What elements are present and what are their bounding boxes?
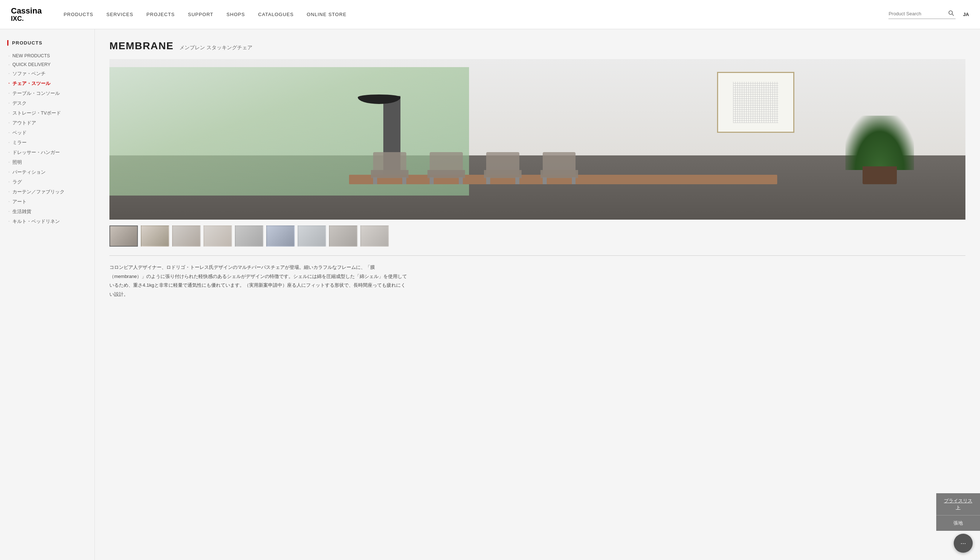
svg-point-0 bbox=[949, 11, 953, 14]
sidebar-item-storage-tv[interactable]: ストレージ・TVボード bbox=[7, 108, 87, 118]
nav-catalogues[interactable]: CATALOGUES bbox=[258, 12, 294, 17]
sidebar-menu: NEW PRODUCTS QUICK DELIVERY ソファ・ベンチ チェア・… bbox=[7, 52, 87, 227]
chair-2 bbox=[423, 152, 470, 184]
product-scene bbox=[110, 59, 965, 220]
price-list-button[interactable]: プライスリスト bbox=[936, 493, 980, 515]
sidebar-section-title: PRODUCTS bbox=[7, 40, 87, 46]
search-input[interactable] bbox=[888, 11, 947, 17]
main-nav: PRODUCTS SERVICES PROJECTS SUPPORT SHOPS… bbox=[63, 12, 877, 17]
plant-pot bbox=[863, 167, 897, 185]
header-right: JA bbox=[888, 10, 969, 19]
thumbnail-2[interactable] bbox=[141, 225, 169, 247]
nav-online-store[interactable]: ONLINE STORE bbox=[307, 12, 346, 17]
thumbnail-6[interactable] bbox=[266, 225, 295, 247]
chat-button[interactable]: ··· bbox=[954, 534, 973, 553]
sidebar-item-new-products[interactable]: NEW PRODUCTS bbox=[7, 52, 87, 60]
chair-legs bbox=[373, 177, 406, 184]
nav-shops[interactable]: SHOPS bbox=[226, 12, 245, 17]
product-description: コロンビア人デザイナー、ロドリゴ・トーレス氏デザインのマルチパーパスチェアが登場… bbox=[110, 263, 408, 299]
sidebar-item-sofa-bench[interactable]: ソファ・ベンチ bbox=[7, 69, 87, 79]
sidebar-item-chair-stool[interactable]: チェア・スツール bbox=[7, 79, 87, 88]
chair-leg bbox=[515, 177, 519, 184]
chair-seat bbox=[371, 170, 408, 178]
chair-3 bbox=[479, 152, 526, 184]
product-title-main: MEMBRANE bbox=[110, 40, 174, 52]
sidebar-item-partition[interactable]: パーティション bbox=[7, 167, 87, 177]
sidebar-item-desk[interactable]: デスク bbox=[7, 98, 87, 108]
sidebar-item-dresser-hanger[interactable]: ドレッサー・ハンガー bbox=[7, 148, 87, 158]
logo-line1: Cassina bbox=[11, 7, 42, 15]
thumbnail-7[interactable] bbox=[298, 225, 326, 247]
chair-leg bbox=[486, 177, 490, 184]
product-image-area bbox=[110, 59, 965, 220]
nav-projects[interactable]: PROJECTS bbox=[146, 12, 175, 17]
chair-leg bbox=[572, 177, 576, 184]
floating-panel: プライスリスト 張地 bbox=[936, 493, 980, 531]
sidebar-item-rug[interactable]: ラグ bbox=[7, 177, 87, 187]
header: Cassina IXC. PRODUCTS SERVICES PROJECTS … bbox=[0, 0, 980, 29]
chair-legs bbox=[543, 177, 576, 184]
nav-services[interactable]: SERVICES bbox=[106, 12, 133, 17]
sidebar-item-table-console[interactable]: テーブル・コンソール bbox=[7, 88, 87, 98]
thumbnail-3[interactable] bbox=[172, 225, 201, 247]
chair-leg bbox=[373, 177, 377, 184]
main-content: MEMBRANE メンブレン スタッキングチェア bbox=[95, 29, 980, 560]
chat-icon: ··· bbox=[960, 540, 966, 547]
sidebar-item-quick-delivery[interactable]: QUICK DELIVERY bbox=[7, 60, 87, 69]
sidebar: PRODUCTS NEW PRODUCTS QUICK DELIVERY ソファ… bbox=[0, 29, 95, 560]
logo[interactable]: Cassina IXC. bbox=[11, 7, 42, 23]
scene-art bbox=[717, 72, 794, 133]
sidebar-item-art[interactable]: アート bbox=[7, 197, 87, 207]
chair-seat bbox=[484, 170, 522, 178]
chair-leg bbox=[459, 177, 463, 184]
search-button[interactable] bbox=[947, 10, 955, 18]
chair-leg bbox=[543, 177, 547, 184]
thumbnail-5[interactable] bbox=[235, 225, 263, 247]
scene-plant bbox=[845, 112, 914, 184]
search-box[interactable] bbox=[888, 10, 955, 19]
sidebar-item-curtain-fabric[interactable]: カーテン／ファブリック bbox=[7, 187, 87, 197]
divider bbox=[110, 255, 965, 256]
page-layout: PRODUCTS NEW PRODUCTS QUICK DELIVERY ソファ… bbox=[0, 29, 980, 560]
sidebar-item-daily-goods[interactable]: 生活雑貨 bbox=[7, 207, 87, 217]
sidebar-item-quilt-bedlinen[interactable]: キルト・ベッドリネン bbox=[7, 217, 87, 227]
thumbnail-9[interactable] bbox=[360, 225, 389, 247]
product-title-sub: メンブレン スタッキングチェア bbox=[180, 45, 252, 51]
sidebar-item-outdoor[interactable]: アウトドア bbox=[7, 118, 87, 128]
svg-line-1 bbox=[952, 14, 954, 16]
chair-seat bbox=[428, 170, 465, 178]
sidebar-item-bed[interactable]: ベッド bbox=[7, 128, 87, 138]
chair-1 bbox=[366, 152, 413, 184]
thumbnail-8[interactable] bbox=[329, 225, 358, 247]
fabric-button[interactable]: 張地 bbox=[936, 515, 980, 531]
product-title-row: MEMBRANE メンブレン スタッキングチェア bbox=[110, 40, 965, 52]
search-icon bbox=[948, 10, 954, 16]
nav-products[interactable]: PRODUCTS bbox=[63, 12, 93, 17]
chair-leg bbox=[429, 177, 434, 184]
thumbnail-4[interactable] bbox=[203, 225, 232, 247]
chair-4 bbox=[536, 152, 583, 184]
logo-line2: IXC. bbox=[11, 15, 42, 23]
art-pattern bbox=[733, 82, 778, 123]
chair-legs bbox=[429, 177, 463, 184]
chair-leg bbox=[402, 177, 406, 184]
chair-seat bbox=[541, 170, 578, 178]
nav-support[interactable]: SUPPORT bbox=[188, 12, 213, 17]
chair-legs bbox=[486, 177, 519, 184]
thumbnails bbox=[110, 225, 965, 247]
thumbnail-1[interactable] bbox=[110, 225, 138, 247]
sidebar-item-mirror[interactable]: ミラー bbox=[7, 138, 87, 148]
scene-chairs bbox=[366, 152, 837, 184]
language-button[interactable]: JA bbox=[963, 12, 969, 17]
plant-leaves bbox=[845, 116, 914, 170]
sidebar-item-lighting[interactable]: 照明 bbox=[7, 158, 87, 167]
